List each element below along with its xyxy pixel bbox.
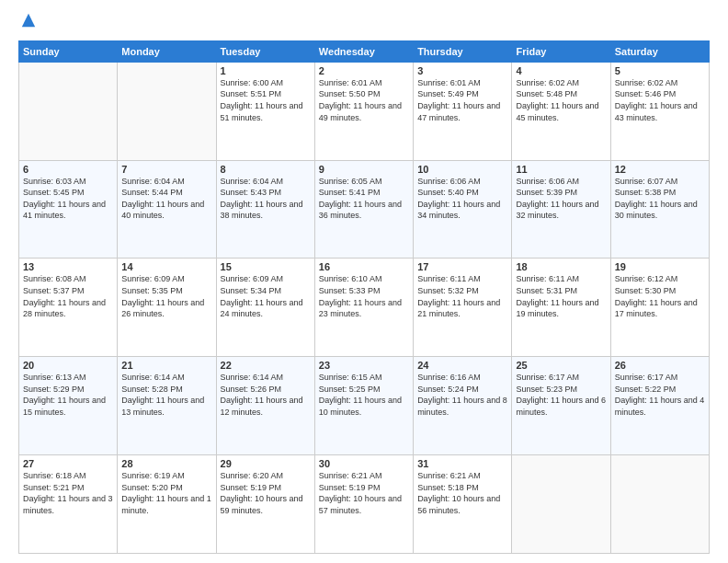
weekday-header-row: SundayMondayTuesdayWednesdayThursdayFrid… — [19, 40, 710, 62]
weekday-header-thursday: Thursday — [414, 40, 512, 62]
calendar-cell: 25Sunrise: 6:17 AM Sunset: 5:23 PM Dayli… — [512, 357, 610, 455]
day-number: 28 — [121, 458, 211, 469]
day-info: Sunrise: 6:09 AM Sunset: 5:35 PM Dayligh… — [121, 273, 211, 319]
calendar-cell: 28Sunrise: 6:19 AM Sunset: 5:20 PM Dayli… — [118, 455, 216, 554]
day-info: Sunrise: 6:01 AM Sunset: 5:50 PM Dayligh… — [319, 77, 409, 123]
calendar-week-3: 13Sunrise: 6:08 AM Sunset: 5:37 PM Dayli… — [19, 259, 710, 357]
day-info: Sunrise: 6:12 AM Sunset: 5:30 PM Dayligh… — [615, 273, 705, 319]
day-number: 27 — [23, 458, 113, 469]
calendar-cell: 23Sunrise: 6:15 AM Sunset: 5:25 PM Dayli… — [314, 357, 413, 455]
day-info: Sunrise: 6:03 AM Sunset: 5:45 PM Dayligh… — [23, 176, 113, 222]
day-info: Sunrise: 6:20 AM Sunset: 5:19 PM Dayligh… — [221, 470, 311, 516]
calendar-cell: 18Sunrise: 6:11 AM Sunset: 5:31 PM Dayli… — [512, 259, 610, 357]
day-number: 17 — [417, 261, 507, 272]
calendar-cell — [610, 455, 709, 554]
day-info: Sunrise: 6:21 AM Sunset: 5:18 PM Dayligh… — [417, 470, 507, 516]
calendar-cell: 12Sunrise: 6:07 AM Sunset: 5:38 PM Dayli… — [610, 160, 709, 259]
day-info: Sunrise: 6:10 AM Sunset: 5:33 PM Dayligh… — [319, 273, 409, 319]
day-info: Sunrise: 6:11 AM Sunset: 5:31 PM Dayligh… — [516, 273, 606, 319]
day-info: Sunrise: 6:06 AM Sunset: 5:39 PM Dayligh… — [516, 176, 606, 222]
calendar-cell — [118, 62, 216, 160]
calendar-cell: 9Sunrise: 6:05 AM Sunset: 5:41 PM Daylig… — [314, 160, 413, 259]
calendar-cell: 1Sunrise: 6:00 AM Sunset: 5:51 PM Daylig… — [216, 62, 314, 160]
calendar-cell: 14Sunrise: 6:09 AM Sunset: 5:35 PM Dayli… — [118, 259, 216, 357]
day-number: 18 — [516, 261, 606, 272]
day-info: Sunrise: 6:00 AM Sunset: 5:51 PM Dayligh… — [221, 77, 311, 123]
calendar-week-2: 6Sunrise: 6:03 AM Sunset: 5:45 PM Daylig… — [19, 160, 710, 259]
day-number: 6 — [23, 164, 113, 175]
day-info: Sunrise: 6:05 AM Sunset: 5:41 PM Dayligh… — [319, 176, 409, 222]
day-info: Sunrise: 6:19 AM Sunset: 5:20 PM Dayligh… — [121, 470, 211, 516]
day-info: Sunrise: 6:08 AM Sunset: 5:37 PM Dayligh… — [23, 273, 113, 319]
day-number: 8 — [221, 164, 311, 175]
day-info: Sunrise: 6:07 AM Sunset: 5:38 PM Dayligh… — [615, 176, 705, 222]
day-number: 11 — [516, 164, 606, 175]
day-info: Sunrise: 6:13 AM Sunset: 5:29 PM Dayligh… — [23, 372, 113, 418]
calendar-cell — [19, 62, 118, 160]
day-info: Sunrise: 6:16 AM Sunset: 5:24 PM Dayligh… — [417, 372, 507, 418]
day-number: 12 — [615, 164, 705, 175]
calendar-cell: 20Sunrise: 6:13 AM Sunset: 5:29 PM Dayli… — [19, 357, 118, 455]
day-number: 14 — [121, 261, 211, 272]
svg-marker-0 — [22, 14, 35, 27]
calendar-cell — [512, 455, 610, 554]
calendar-week-1: 1Sunrise: 6:00 AM Sunset: 5:51 PM Daylig… — [19, 62, 710, 160]
day-info: Sunrise: 6:18 AM Sunset: 5:21 PM Dayligh… — [23, 470, 113, 516]
day-number: 5 — [615, 65, 705, 76]
calendar-cell: 19Sunrise: 6:12 AM Sunset: 5:30 PM Dayli… — [610, 259, 709, 357]
day-info: Sunrise: 6:17 AM Sunset: 5:23 PM Dayligh… — [516, 372, 606, 418]
day-info: Sunrise: 6:06 AM Sunset: 5:40 PM Dayligh… — [417, 176, 507, 222]
day-info: Sunrise: 6:15 AM Sunset: 5:25 PM Dayligh… — [319, 372, 409, 418]
day-number: 26 — [615, 360, 705, 371]
calendar-cell: 3Sunrise: 6:01 AM Sunset: 5:49 PM Daylig… — [414, 62, 512, 160]
calendar-cell: 4Sunrise: 6:02 AM Sunset: 5:48 PM Daylig… — [512, 62, 610, 160]
weekday-header-friday: Friday — [512, 40, 610, 62]
calendar-table: SundayMondayTuesdayWednesdayThursdayFrid… — [18, 40, 710, 554]
day-number: 2 — [319, 65, 409, 76]
day-number: 30 — [319, 458, 409, 469]
day-info: Sunrise: 6:21 AM Sunset: 5:19 PM Dayligh… — [319, 470, 409, 516]
logo-icon — [20, 12, 37, 29]
day-info: Sunrise: 6:04 AM Sunset: 5:43 PM Dayligh… — [221, 176, 311, 222]
day-number: 9 — [319, 164, 409, 175]
weekday-header-tuesday: Tuesday — [216, 40, 314, 62]
calendar-cell: 16Sunrise: 6:10 AM Sunset: 5:33 PM Dayli… — [314, 259, 413, 357]
calendar-cell: 7Sunrise: 6:04 AM Sunset: 5:44 PM Daylig… — [118, 160, 216, 259]
calendar-cell: 11Sunrise: 6:06 AM Sunset: 5:39 PM Dayli… — [512, 160, 610, 259]
day-number: 7 — [121, 164, 211, 175]
calendar-cell: 29Sunrise: 6:20 AM Sunset: 5:19 PM Dayli… — [216, 455, 314, 554]
day-info: Sunrise: 6:11 AM Sunset: 5:32 PM Dayligh… — [417, 273, 507, 319]
day-number: 10 — [417, 164, 507, 175]
day-info: Sunrise: 6:01 AM Sunset: 5:49 PM Dayligh… — [417, 77, 507, 123]
header — [18, 15, 710, 33]
day-number: 22 — [221, 360, 311, 371]
calendar-cell: 5Sunrise: 6:02 AM Sunset: 5:46 PM Daylig… — [610, 62, 709, 160]
day-info: Sunrise: 6:14 AM Sunset: 5:28 PM Dayligh… — [121, 372, 211, 418]
calendar-week-5: 27Sunrise: 6:18 AM Sunset: 5:21 PM Dayli… — [19, 455, 710, 554]
calendar-cell: 8Sunrise: 6:04 AM Sunset: 5:43 PM Daylig… — [216, 160, 314, 259]
day-number: 25 — [516, 360, 606, 371]
calendar-cell: 10Sunrise: 6:06 AM Sunset: 5:40 PM Dayli… — [414, 160, 512, 259]
day-info: Sunrise: 6:02 AM Sunset: 5:48 PM Dayligh… — [516, 77, 606, 123]
calendar-cell: 17Sunrise: 6:11 AM Sunset: 5:32 PM Dayli… — [414, 259, 512, 357]
calendar-cell: 30Sunrise: 6:21 AM Sunset: 5:19 PM Dayli… — [314, 455, 413, 554]
calendar-cell: 2Sunrise: 6:01 AM Sunset: 5:50 PM Daylig… — [314, 62, 413, 160]
calendar-week-4: 20Sunrise: 6:13 AM Sunset: 5:29 PM Dayli… — [19, 357, 710, 455]
weekday-header-monday: Monday — [118, 40, 216, 62]
day-number: 29 — [221, 458, 311, 469]
day-number: 16 — [319, 261, 409, 272]
calendar-cell: 15Sunrise: 6:09 AM Sunset: 5:34 PM Dayli… — [216, 259, 314, 357]
weekday-header-sunday: Sunday — [19, 40, 118, 62]
calendar-cell: 26Sunrise: 6:17 AM Sunset: 5:22 PM Dayli… — [610, 357, 709, 455]
day-info: Sunrise: 6:04 AM Sunset: 5:44 PM Dayligh… — [121, 176, 211, 222]
calendar-cell: 31Sunrise: 6:21 AM Sunset: 5:18 PM Dayli… — [414, 455, 512, 554]
calendar-cell: 27Sunrise: 6:18 AM Sunset: 5:21 PM Dayli… — [19, 455, 118, 554]
calendar-cell: 21Sunrise: 6:14 AM Sunset: 5:28 PM Dayli… — [118, 357, 216, 455]
weekday-header-saturday: Saturday — [610, 40, 709, 62]
calendar-cell: 6Sunrise: 6:03 AM Sunset: 5:45 PM Daylig… — [19, 160, 118, 259]
day-info: Sunrise: 6:09 AM Sunset: 5:34 PM Dayligh… — [221, 273, 311, 319]
day-info: Sunrise: 6:17 AM Sunset: 5:22 PM Dayligh… — [615, 372, 705, 418]
day-number: 19 — [615, 261, 705, 272]
day-info: Sunrise: 6:14 AM Sunset: 5:26 PM Dayligh… — [221, 372, 311, 418]
logo-text — [18, 15, 37, 33]
